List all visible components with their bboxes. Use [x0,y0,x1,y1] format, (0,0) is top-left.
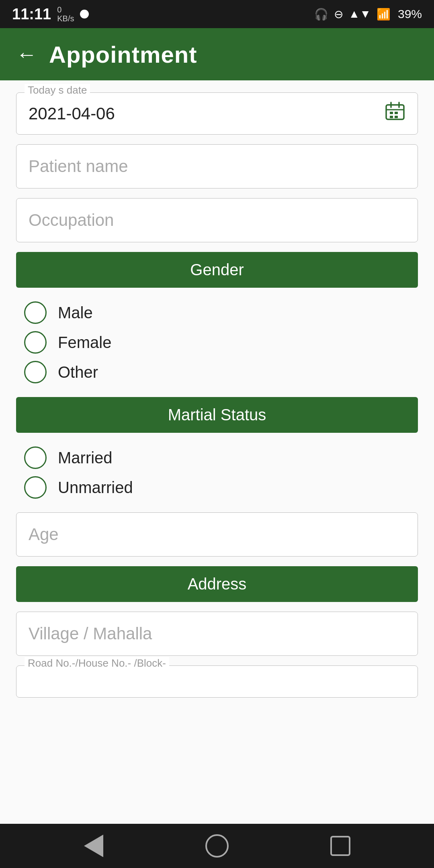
form-content: Today s date 2021-04-06 [0,80,434,824]
gender-other-item[interactable]: Other [24,361,410,383]
gender-male-radio[interactable] [24,301,47,324]
marital-married-radio[interactable] [24,446,47,469]
svg-rect-4 [390,112,393,114]
gender-male-label: Male [58,304,93,322]
dnd-icon: ⊖ [334,8,343,21]
bottom-navigation [0,824,434,868]
marital-status-header: Martial Status [16,397,418,433]
road-field-wrapper[interactable]: Road No.-/House No.- /Block- [16,665,418,698]
headphone-icon: 🎧 [314,8,328,21]
occupation-wrapper[interactable] [16,198,418,242]
status-dot [80,10,89,18]
status-kb: 0 KB/s [57,5,74,23]
gender-female-item[interactable]: Female [24,331,410,354]
svg-rect-5 [395,112,398,114]
gender-header: Gender [16,252,418,288]
app-bar: ← Appointment [0,28,434,80]
svg-rect-6 [390,116,393,118]
age-wrapper[interactable] [16,512,418,557]
marital-unmarried-label: Unmarried [58,479,133,497]
date-field-inner: 2021-04-06 [29,101,405,126]
nav-recent-icon [330,836,350,856]
battery-text: 39% [398,7,422,21]
nav-home-icon [205,834,229,858]
address-header-text: Address [188,575,247,593]
address-header: Address [16,566,418,602]
status-left: 11:11 0 KB/s [12,5,89,23]
nav-home-button[interactable] [203,832,231,860]
back-button[interactable]: ← [16,44,37,65]
marital-radio-group: Married Unmarried [16,442,418,503]
gender-female-radio[interactable] [24,331,47,354]
marital-unmarried-radio[interactable] [24,476,47,499]
occupation-input[interactable] [29,211,405,230]
marital-married-label: Married [58,449,113,467]
date-field-wrapper[interactable]: Today s date 2021-04-06 [16,92,418,135]
road-label: Road No.-/House No.- /Block- [25,657,169,669]
marital-status-header-text: Martial Status [168,406,266,424]
calendar-icon[interactable] [385,101,405,126]
marital-unmarried-item[interactable]: Unmarried [24,476,410,499]
page-title: Appointment [49,41,197,68]
gender-other-radio[interactable] [24,361,47,383]
gender-other-label: Other [58,363,98,381]
patient-name-wrapper[interactable] [16,144,418,188]
village-wrapper[interactable] [16,612,418,656]
nav-back-icon [84,835,103,857]
status-icons: 🎧 ⊖ ▲▼ 📶 [314,8,391,21]
svg-rect-7 [395,116,398,118]
marital-married-item[interactable]: Married [24,446,410,469]
status-time: 11:11 [12,6,51,23]
signal-icon: 📶 [377,8,391,21]
wifi-icon: ▲▼ [349,8,371,20]
gender-radio-group: Male Female Other [16,297,418,387]
gender-female-label: Female [58,334,111,352]
nav-recent-button[interactable] [326,832,354,860]
patient-name-input[interactable] [29,157,405,176]
status-right: 🎧 ⊖ ▲▼ 📶 39% [314,7,422,21]
nav-back-button[interactable] [80,832,108,860]
date-value: 2021-04-06 [29,104,115,123]
date-label: Today s date [25,84,90,96]
age-input[interactable] [29,525,405,544]
gender-male-item[interactable]: Male [24,301,410,324]
gender-header-text: Gender [190,261,244,278]
village-input[interactable] [29,624,405,643]
status-bar: 11:11 0 KB/s 🎧 ⊖ ▲▼ 📶 39% [0,0,434,28]
